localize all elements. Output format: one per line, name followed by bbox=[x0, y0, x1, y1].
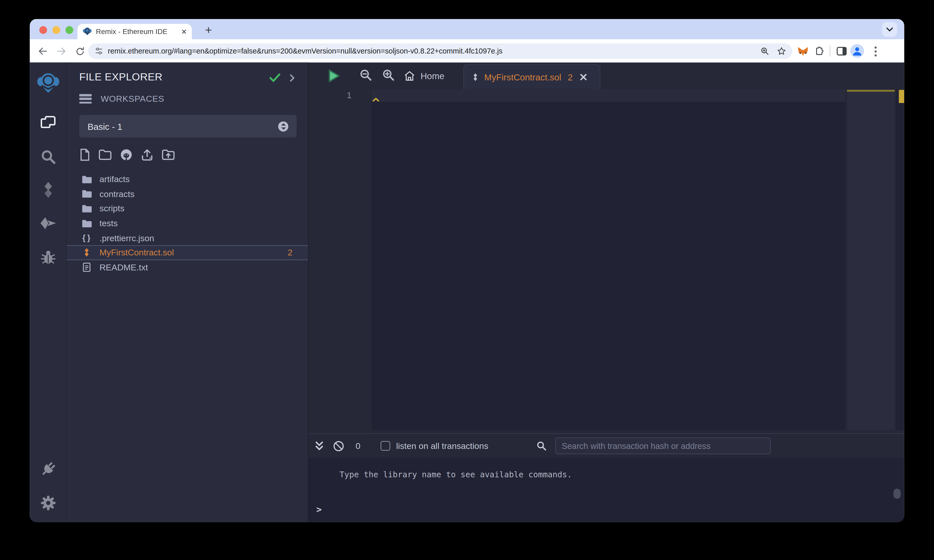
tab-close-icon[interactable]: × bbox=[182, 28, 186, 36]
tab-search-button[interactable] bbox=[882, 22, 897, 37]
rail-item-solidity-compiler[interactable] bbox=[41, 181, 55, 201]
browser-toolbar: remix.ethereum.org/#lang=en&optimize=fal… bbox=[30, 39, 904, 63]
debugger-bug-icon bbox=[40, 249, 56, 265]
profile-avatar bbox=[850, 43, 864, 58]
rail-item-plugin-manager[interactable] bbox=[40, 461, 56, 480]
clone-github-icon[interactable] bbox=[120, 148, 133, 161]
terminal-prompt[interactable]: > bbox=[316, 504, 322, 515]
forward-button[interactable] bbox=[54, 44, 69, 58]
new-folder-icon[interactable] bbox=[98, 149, 112, 161]
overview-ruler[interactable] bbox=[896, 89, 904, 430]
workspace-select[interactable]: Basic - 1 bbox=[79, 115, 297, 137]
file-explorer-icon bbox=[40, 115, 56, 130]
chevron-right-icon[interactable] bbox=[290, 74, 295, 82]
solidity-file-icon bbox=[472, 72, 479, 82]
json-braces-icon: { } bbox=[82, 233, 92, 242]
tree-item-file[interactable]: README.txt bbox=[67, 260, 308, 275]
rail-item-debugger[interactable] bbox=[40, 249, 56, 267]
workspaces-row: WORKSPACES bbox=[79, 94, 164, 104]
rail-item-file-explorer[interactable] bbox=[40, 115, 56, 133]
tree-item-folder[interactable]: artifacts bbox=[67, 172, 308, 187]
tree-item-label: scripts bbox=[100, 204, 124, 214]
tree-item-folder[interactable]: scripts bbox=[67, 202, 308, 216]
workspace-selected-value: Basic - 1 bbox=[88, 121, 278, 131]
zoom-in-button[interactable] bbox=[382, 68, 395, 82]
tree-item-label: MyFirstContract.sol bbox=[100, 248, 174, 257]
tree-item-folder[interactable]: tests bbox=[67, 216, 308, 231]
tree-item-label: README.txt bbox=[100, 263, 148, 272]
tab-home[interactable]: Home bbox=[395, 62, 453, 89]
tree-item-folder[interactable]: contracts bbox=[67, 187, 308, 202]
pending-tx-count: 0 bbox=[351, 434, 365, 458]
remix-logo-icon bbox=[37, 73, 59, 94]
collapse-terminal-icon[interactable] bbox=[314, 441, 324, 451]
solidity-compiler-icon bbox=[41, 181, 55, 198]
rail-item-search[interactable] bbox=[40, 149, 56, 168]
listen-checkbox[interactable] bbox=[381, 441, 390, 451]
address-bar[interactable]: remix.ethereum.org/#lang=en&optimize=fal… bbox=[88, 43, 792, 59]
editor-gutter: 1 bbox=[308, 89, 364, 434]
close-icon[interactable] bbox=[580, 74, 587, 80]
bookmark-star-icon[interactable] bbox=[777, 46, 786, 56]
window-close-button[interactable] bbox=[39, 26, 47, 34]
tree-item-file[interactable]: { } .prettierrc.json bbox=[67, 231, 308, 245]
rail-item-deploy-run[interactable] bbox=[39, 216, 57, 233]
zoom-out-button[interactable] bbox=[359, 68, 372, 82]
workspaces-menu-icon[interactable] bbox=[79, 94, 92, 104]
check-icon[interactable] bbox=[269, 73, 281, 82]
tab-label: MyFirstContract.sol bbox=[484, 72, 561, 82]
terminal-output[interactable]: Type the library name to see available c… bbox=[308, 458, 904, 522]
terminal-scrollbar-thumb[interactable] bbox=[893, 489, 900, 499]
site-controls-icon[interactable] bbox=[95, 47, 103, 55]
tree-item-label: tests bbox=[100, 218, 118, 228]
tab-label: Home bbox=[421, 71, 444, 81]
toolbar-divider bbox=[830, 45, 830, 57]
tree-item-label: contracts bbox=[100, 189, 134, 199]
browser-menu-button[interactable] bbox=[869, 44, 883, 58]
extensions-button[interactable] bbox=[812, 44, 826, 58]
window-minimize-button[interactable] bbox=[52, 26, 60, 34]
profile-button[interactable] bbox=[850, 43, 864, 58]
remix-logo[interactable] bbox=[37, 73, 59, 96]
browser-tab[interactable]: Remix - Ethereum IDE × bbox=[77, 24, 192, 39]
side-panel-button[interactable] bbox=[834, 44, 849, 58]
terminal-panel: 0 listen on all transactions Type the li… bbox=[308, 434, 904, 522]
upload-folder-icon[interactable] bbox=[162, 149, 175, 161]
search-icon bbox=[536, 440, 547, 451]
file-tree: artifacts contracts scripts bbox=[67, 172, 308, 274]
warning-squiggle-icon bbox=[372, 98, 379, 102]
tree-item-label: .prettierrc.json bbox=[100, 233, 154, 243]
editor-minimap[interactable] bbox=[847, 89, 895, 430]
tab-myfirstcontract[interactable]: MyFirstContract.sol 2 bbox=[464, 64, 601, 89]
editor-content[interactable] bbox=[371, 89, 845, 430]
file-explorer-panel: FILE EXPLORER WORKSPACES Basic - 1 bbox=[67, 62, 308, 522]
settings-gear-icon bbox=[40, 495, 56, 511]
zoom-icon[interactable] bbox=[760, 46, 770, 56]
folder-icon bbox=[82, 190, 92, 198]
back-button[interactable] bbox=[36, 44, 50, 58]
panel-title: FILE EXPLORER bbox=[79, 71, 162, 83]
reload-button[interactable] bbox=[72, 44, 87, 58]
new-file-icon[interactable] bbox=[79, 148, 91, 161]
browser-tab-title: Remix - Ethereum IDE bbox=[96, 28, 177, 36]
url-text[interactable]: remix.ethereum.org/#lang=en&optimize=fal… bbox=[108, 43, 502, 59]
remix-app: FILE EXPLORER WORKSPACES Basic - 1 bbox=[30, 62, 904, 522]
terminal-search-input[interactable] bbox=[555, 437, 771, 454]
line-number: 1 bbox=[333, 91, 351, 100]
code-editor[interactable]: 1 bbox=[308, 89, 904, 434]
clear-console-icon[interactable] bbox=[333, 440, 344, 452]
tree-item-label: artifacts bbox=[100, 174, 130, 184]
new-tab-button[interactable]: + bbox=[201, 23, 216, 37]
tree-item-file-selected[interactable]: MyFirstContract.sol 2 bbox=[67, 245, 308, 260]
reload-icon bbox=[75, 46, 85, 56]
window-zoom-button[interactable] bbox=[65, 26, 73, 34]
browser-window: Remix - Ethereum IDE × + bbox=[30, 19, 904, 522]
metamask-extension-button[interactable] bbox=[796, 44, 810, 58]
rail-item-settings[interactable] bbox=[40, 495, 56, 514]
run-script-button[interactable] bbox=[328, 69, 340, 83]
plugin-plug-icon bbox=[40, 461, 56, 478]
deploy-run-icon bbox=[39, 216, 57, 230]
upload-file-icon[interactable] bbox=[140, 148, 154, 161]
metamask-fox-icon bbox=[798, 46, 808, 56]
explorer-actions bbox=[79, 148, 175, 161]
